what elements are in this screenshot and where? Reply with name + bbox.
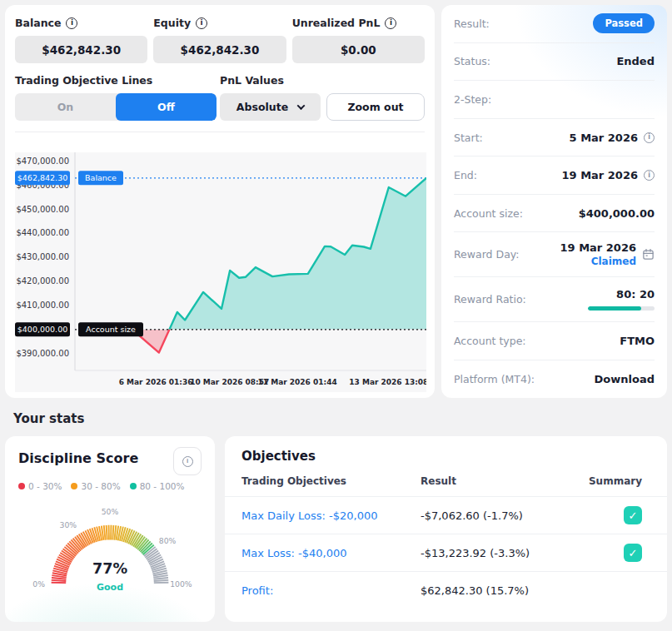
discipline-legend: 0 - 30% 30 - 80% 80 - 100% <box>18 481 202 491</box>
svg-text:30%: 30% <box>60 520 77 529</box>
svg-text:Good: Good <box>97 582 123 593</box>
start-label: Start: <box>454 132 483 144</box>
top-section: Balance i $462,842.30 Equity i $462,842.… <box>5 5 667 398</box>
claimed-link[interactable]: Claimed <box>591 256 636 267</box>
balance-chart[interactable]: $470,000.00$460,000.00$450,000.00$440,00… <box>15 152 426 392</box>
svg-text:$420,000.00: $420,000.00 <box>16 276 69 286</box>
header-result: Result <box>421 475 577 487</box>
calendar-icon[interactable] <box>642 248 655 261</box>
reward-ratio-progress-fill <box>588 306 641 311</box>
svg-text:Balance: Balance <box>85 173 117 182</box>
red-dot-icon <box>18 483 25 489</box>
info-icon[interactable]: i <box>66 17 77 29</box>
legend-item-orange: 30 - 80% <box>71 481 120 491</box>
divider <box>15 132 425 132</box>
detail-row-reward-day: Reward Day: 19 Mar 2026 Claimed <box>454 232 655 277</box>
legend-item-red: 0 - 30% <box>18 481 62 491</box>
profit-link[interactable]: Profit: <box>241 584 421 597</box>
zoom-out-button[interactable]: Zoom out <box>326 93 425 121</box>
svg-text:$430,000.00: $430,000.00 <box>16 252 69 261</box>
detail-row-account-type: Account type: FTMO <box>454 322 655 360</box>
teal-dot-icon <box>130 483 137 489</box>
toggle-on-button[interactable]: On <box>15 93 116 121</box>
svg-text:0%: 0% <box>32 579 45 589</box>
legend-item-teal: 80 - 100% <box>130 481 185 491</box>
detail-row-end: End: 19 Mar 2026 i <box>454 157 655 195</box>
account-size-value: $400,000.00 <box>579 207 655 220</box>
equity-stat: Equity i $462,842.30 <box>153 17 286 63</box>
info-icon[interactable]: i <box>644 170 655 181</box>
balance-label: Balance <box>15 17 61 29</box>
start-date: 5 Mar 2026 <box>570 132 638 144</box>
account-type-value: FTMO <box>620 335 655 347</box>
account-type-label: Account type: <box>454 335 526 347</box>
table-row-profit: Profit: $62,842.30 (15.7%) <box>225 572 667 609</box>
balance-chart-area: $470,000.00$460,000.00$450,000.00$440,00… <box>15 152 426 392</box>
end-date: 19 Mar 2026 <box>562 169 638 181</box>
reward-ratio-label: Reward Ratio: <box>454 293 526 306</box>
unrealized-pnl-stat: Unrealized PnL i $0.00 <box>292 17 425 63</box>
trading-objective-lines-label: Trading Objective Lines <box>15 74 217 87</box>
status-label: Status: <box>454 55 490 67</box>
account-stats-row: Balance i $462,842.30 Equity i $462,842.… <box>5 17 435 63</box>
your-stats-heading: Your stats <box>13 411 659 426</box>
svg-text:13 Mar 2026 13:08: 13 Mar 2026 13:08 <box>349 378 426 386</box>
discipline-gauge: 0%30%50%80%100%77%Good <box>18 493 202 604</box>
info-icon[interactable]: i <box>644 132 655 143</box>
svg-text:11 Mar 2026 01:44: 11 Mar 2026 01:44 <box>258 378 337 386</box>
account-size-label: Account size: <box>454 207 523 220</box>
account-details-panel: Result: Passed Status: Ended 2-Step: Sta… <box>441 5 667 398</box>
trading-account-dashboard: Balance i $462,842.30 Equity i $462,842.… <box>0 0 672 631</box>
header-summary: Summary <box>577 475 642 487</box>
svg-text:$440,000.00: $440,000.00 <box>16 228 69 237</box>
info-icon: i <box>182 456 193 467</box>
svg-text:50%: 50% <box>102 507 119 516</box>
discipline-gauge-svg: 0%30%50%80%100%77%Good <box>18 493 202 604</box>
balance-value: $462,842.30 <box>15 36 147 63</box>
svg-text:80%: 80% <box>159 536 177 545</box>
trading-objective-lines-toggle: On Off <box>15 93 217 121</box>
chart-controls: Trading Objective Lines On Off PnL Value… <box>5 74 435 121</box>
reward-day-label: Reward Day: <box>454 248 520 261</box>
check-icon: ✓ <box>624 544 642 562</box>
reward-ratio-value: 80: 20 <box>616 288 655 301</box>
discipline-info-button[interactable]: i <box>173 447 202 475</box>
detail-row-2-step: 2-Step: <box>454 81 655 119</box>
info-icon[interactable]: i <box>196 17 207 29</box>
detail-row-status: Status: Ended <box>454 43 655 82</box>
detail-row-result: Result: Passed <box>454 5 655 43</box>
detail-row-platform: Platform (MT4): Download <box>454 360 655 398</box>
toggle-off-button[interactable]: Off <box>116 93 217 121</box>
status-value: Ended <box>616 55 655 67</box>
max-daily-loss-result: -$7,062.60 (-1.7%) <box>421 509 577 522</box>
end-label: End: <box>454 169 477 181</box>
equity-value: $462,842.30 <box>153 36 286 63</box>
table-row-max-daily-loss: Max Daily Loss: -$20,000 -$7,062.60 (-1.… <box>225 497 667 534</box>
pnl-values-control: PnL Values Absolute Zoom out <box>220 74 425 121</box>
svg-text:$400,000.00: $400,000.00 <box>17 325 67 334</box>
max-daily-loss-link[interactable]: Max Daily Loss: -$20,000 <box>241 509 421 522</box>
stats-section: Discipline Score i 0 - 30% 30 - 80% 80 -… <box>5 436 667 622</box>
info-icon[interactable]: i <box>385 17 396 29</box>
table-row-max-loss: Max Loss: -$40,000 -$13,223.92 (-3.3%) ✓ <box>225 534 667 572</box>
detail-row-reward-ratio: Reward Ratio: 80: 20 <box>454 277 655 322</box>
svg-text:100%: 100% <box>170 579 192 589</box>
platform-download-link[interactable]: Download <box>595 373 655 385</box>
svg-text:6 Mar 2026 01:36: 6 Mar 2026 01:36 <box>119 378 193 386</box>
result-label: Result: <box>454 17 490 30</box>
max-loss-result: -$13,223.92 (-3.3%) <box>421 547 577 559</box>
orange-dot-icon <box>71 483 77 489</box>
svg-text:Account size: Account size <box>86 325 136 334</box>
pnl-values-dropdown[interactable]: Absolute <box>220 93 321 121</box>
pnl-values-label: PnL Values <box>220 74 425 87</box>
detail-row-account-size: Account size: $400,000.00 <box>454 195 655 233</box>
svg-text:$450,000.00: $450,000.00 <box>16 205 69 214</box>
unrealized-pnl-label: Unrealized PnL <box>292 17 381 29</box>
svg-text:$390,000.00: $390,000.00 <box>16 349 69 358</box>
two-step-label: 2-Step: <box>454 93 491 106</box>
detail-row-start: Start: 5 Mar 2026 i <box>454 119 655 157</box>
max-loss-link[interactable]: Max Loss: -$40,000 <box>241 547 421 559</box>
reward-ratio-progress <box>588 306 655 311</box>
svg-text:$410,000.00: $410,000.00 <box>16 301 69 310</box>
svg-text:$462,842.30: $462,842.30 <box>17 173 67 182</box>
